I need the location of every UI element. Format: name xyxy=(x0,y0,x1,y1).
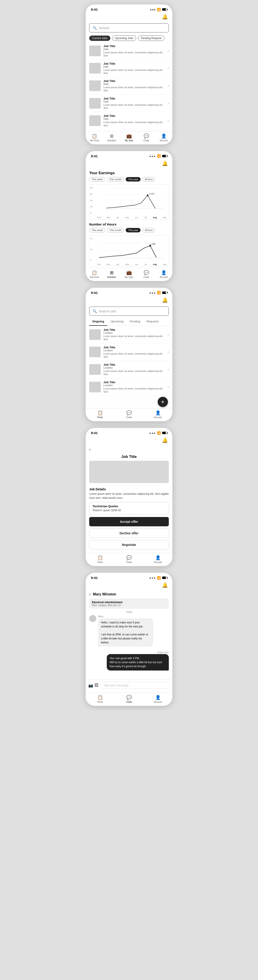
back-arrow-5[interactable]: ‹ xyxy=(89,592,91,597)
search-bar-3[interactable]: 🔍 Search jobs xyxy=(89,307,169,316)
bottom-nav-1: 📋 Job Posts ⊞ Activities 💼 My Jobs 💬 Cha… xyxy=(86,131,172,145)
job-desc-1-4: Lorem ipsum dolor sit amet, consectetur … xyxy=(103,103,165,110)
screen3-frame: 9:41 ▲▲▲ 📶 🔔 🔍 Search jobs Ongoing Upcom… xyxy=(86,288,172,421)
hours-x-feb: Feb xyxy=(97,263,101,266)
job-item-1-1[interactable]: Job Title Date Lorem ipsum dolor sit ame… xyxy=(89,42,169,60)
back-arrow-4[interactable]: ‹ xyxy=(89,447,91,452)
job-item-3-1[interactable]: Job Title Location Lorem ipsum dolor sit… xyxy=(89,326,169,344)
accept-offer-button[interactable]: Accept offer xyxy=(89,517,169,526)
nav-account-5[interactable]: 👤 Account xyxy=(143,695,172,703)
job-arrow-1-1: › xyxy=(168,49,169,53)
bell-icon-5[interactable]: 🔔 xyxy=(162,582,168,588)
status-bar-1: 9:41 ▲▲▲ 📶 xyxy=(86,5,172,13)
hours-tab-month[interactable]: This month xyxy=(107,228,124,232)
nav-chats-1[interactable]: 💬 Chats xyxy=(138,133,155,142)
chats-icon-4: 💬 xyxy=(126,555,132,560)
nav-posts-3[interactable]: 📋 Posts xyxy=(86,410,115,418)
wifi-icon-5: 📶 xyxy=(157,576,161,580)
job-thumb-1-3 xyxy=(89,80,101,91)
fab-add-button[interactable]: + xyxy=(158,397,168,407)
status-bar-3: 9:41 ▲▲▲ 📶 xyxy=(86,288,172,296)
nav-chats-2[interactable]: 💬 Chats xyxy=(138,270,155,278)
signal-icon: ▲▲▲ xyxy=(150,8,156,11)
nav-label-chats-5: Chats xyxy=(126,701,132,703)
y-label-10: 10 xyxy=(90,248,93,251)
job-item-1-3[interactable]: Job Title Date Lorem ipsum dolor sit ame… xyxy=(89,77,169,95)
hours-peak-label: 148 xyxy=(151,243,155,245)
earnings-header: Your Earnings xyxy=(86,168,172,176)
contact-name: Mary Winston xyxy=(93,592,116,596)
nav-account-1[interactable]: 👤 Account xyxy=(155,133,172,142)
bell-icon-2[interactable]: 🔔 xyxy=(162,161,168,166)
tab-pending[interactable]: Pending xyxy=(127,318,143,326)
image-icon[interactable]: 🖼 xyxy=(95,683,99,688)
job-item-1-2[interactable]: Job Title Date Lorem ipsum dolor sit ame… xyxy=(89,60,169,77)
job-thumb-3-1 xyxy=(89,329,101,340)
x-label-may: May xyxy=(125,216,129,219)
bell-icon-1[interactable]: 🔔 xyxy=(162,14,168,20)
status-icons-1: ▲▲▲ 📶 xyxy=(150,8,167,11)
tab-ongoing[interactable]: Ongoing xyxy=(89,318,107,326)
status-time-5: 9:41 xyxy=(91,576,98,580)
nav-activities-2[interactable]: ⊞ Activities xyxy=(103,270,120,278)
hours-x-mar: Mar xyxy=(107,263,110,266)
nav-chats-4[interactable]: 💬 Chats xyxy=(115,555,143,563)
account-icon-2: 👤 xyxy=(161,270,167,275)
my-jobs-icon-1: 💼 xyxy=(126,133,132,138)
filter-tab-pending[interactable]: Pending Request xyxy=(138,35,164,41)
job-item-1-5[interactable]: Job Title Date Lorem ipsum dolor sit ame… xyxy=(89,112,169,129)
bell-icon-3[interactable]: 🔔 xyxy=(162,297,168,303)
search-bar-1[interactable]: 🔍 Search xyxy=(89,23,169,32)
y-label-6k: 6k xyxy=(90,193,93,195)
nav-chats-5[interactable]: 💬 Chats xyxy=(115,695,143,703)
job-item-3-4[interactable]: Job Title Location Lorem ipsum dolor sit… xyxy=(89,379,169,396)
nav-job-feed-2[interactable]: 📋 Job Feed xyxy=(86,270,103,278)
y-label-2k: 2k xyxy=(90,205,93,208)
chat-text-input[interactable]: Type your message xyxy=(100,682,170,689)
job-desc-1-5: Lorem ipsum dolor sit amet, consectetur … xyxy=(103,121,165,127)
quotes-label: Technician Quotes xyxy=(93,504,165,508)
x-label-mar: Mar xyxy=(107,216,110,219)
chat-date-divider: Today xyxy=(86,609,172,615)
earnings-tab-alltime[interactable]: All time xyxy=(143,177,155,181)
tab-requests[interactable]: Requests xyxy=(143,318,162,326)
hours-tab-week[interactable]: This week xyxy=(89,228,105,232)
nav-job-posts-1[interactable]: 📋 Job Posts xyxy=(86,133,103,142)
earnings-tab-year[interactable]: This year xyxy=(126,177,141,181)
job-arrow-1-2: › xyxy=(168,66,169,70)
job-desc-1-1: Lorem ipsum dolor sit amet, consectetur … xyxy=(103,51,165,57)
filter-tabs-1: Current Jobs Upcoming Jobs Pending Reque… xyxy=(86,34,172,42)
earnings-title: Your Earnings xyxy=(89,171,115,175)
nav-my-jobs-2[interactable]: 💼 My Jobs xyxy=(120,270,138,278)
hours-tab-alltime[interactable]: All time xyxy=(143,228,155,232)
hours-tab-year[interactable]: This year xyxy=(126,228,141,232)
nav-chats-3[interactable]: 💬 Chats xyxy=(115,410,143,418)
decline-offer-button[interactable]: Decline offer xyxy=(89,528,169,538)
job-item-3-3[interactable]: Job Title Location Lorem ipsum dolor sit… xyxy=(89,361,169,379)
camera-icon[interactable]: 📷 xyxy=(88,683,93,688)
tab-upcoming[interactable]: Upcoming xyxy=(107,318,127,326)
nav-account-2[interactable]: 👤 Account xyxy=(155,270,172,278)
job-item-1-4[interactable]: Job Title Date Lorem ipsum dolor sit ame… xyxy=(89,95,169,112)
filter-tab-upcoming[interactable]: Upcoming Jobs xyxy=(112,35,136,41)
detail-text: Lorem ipsum dolor sit amet, consectetur … xyxy=(86,492,172,502)
bell-icon-4[interactable]: 🔔 xyxy=(162,438,168,443)
nav-activities-1[interactable]: ⊞ Activities xyxy=(103,133,120,142)
nav-account-4[interactable]: 👤 Account xyxy=(143,555,172,563)
nav-label-posts-5: Posts xyxy=(97,701,103,703)
filter-tab-current[interactable]: Current Jobs xyxy=(89,35,110,41)
negotiate-button[interactable]: Negotiate xyxy=(89,540,169,549)
nav-label-account-2: Account xyxy=(160,276,168,278)
nav-posts-4[interactable]: 📋 Posts xyxy=(86,555,115,563)
y-label-0: 0 xyxy=(90,212,93,214)
earnings-tab-month[interactable]: This month xyxy=(107,177,124,181)
job-item-3-2[interactable]: Job Title Location Lorem ipsum dolor sit… xyxy=(89,344,169,361)
nav-label-chats-2: Chats xyxy=(143,276,149,278)
earnings-tab-week[interactable]: This week xyxy=(89,177,105,181)
job-title-1-3: Job Title xyxy=(103,79,165,83)
nav-my-jobs-1[interactable]: 💼 My Jobs xyxy=(120,133,138,142)
nav-account-3[interactable]: 👤 Account xyxy=(143,410,172,418)
job-posts-icon-1: 📋 xyxy=(91,133,97,138)
nav-posts-5[interactable]: 📋 Posts xyxy=(86,695,115,703)
back-nav-4: ‹ xyxy=(86,445,172,454)
